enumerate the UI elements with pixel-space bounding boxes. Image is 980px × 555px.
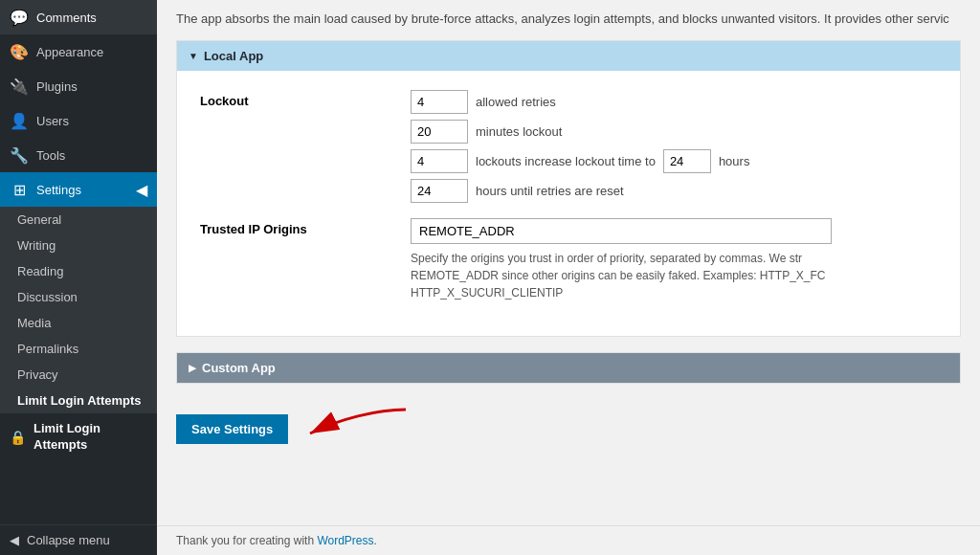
- lockout-reset-label: hours until retries are reset: [476, 184, 624, 198]
- expand-arrow-icon: ▼: [189, 51, 198, 61]
- lockout-label: Lockout: [200, 90, 411, 108]
- trusted-ip-row: Trusted IP Origins Specify the origins y…: [200, 218, 937, 301]
- sidebar-item-label: Settings: [36, 183, 81, 197]
- local-app-header[interactable]: ▼ Local App: [177, 41, 960, 71]
- lockout-reset-line: hours until retries are reset: [411, 179, 749, 203]
- submenu-writing[interactable]: Writing: [0, 233, 157, 258]
- plugins-icon: 🔌: [10, 77, 29, 96]
- collapse-menu[interactable]: ◀ Collapse menu: [0, 524, 157, 555]
- sidebar-item-label: Comments: [36, 11, 97, 25]
- lockout-increase-label: lockouts increase lockout time to: [476, 154, 656, 168]
- settings-submenu: General Writing Reading Discussion Media…: [0, 207, 157, 413]
- submenu-privacy[interactable]: Privacy: [0, 362, 157, 388]
- lockout-minutes-line: minutes lockout: [411, 120, 749, 144]
- sidebar-item-users[interactable]: 👤 Users: [0, 103, 157, 138]
- custom-app-panel: ▶ Custom App: [176, 352, 961, 384]
- sidebar-item-comments[interactable]: 💬 Comments: [0, 0, 157, 34]
- sidebar-item-label: Tools: [36, 148, 65, 163]
- sidebar-item-tools[interactable]: 🔧 Tools: [0, 138, 157, 172]
- settings-icon: ⊞: [10, 180, 29, 199]
- lockout-minutes-label: minutes lockout: [476, 124, 562, 139]
- lockout-retries-input[interactable]: [411, 90, 468, 114]
- save-button-area: Save Settings: [176, 414, 288, 444]
- collapse-label: Collapse menu: [27, 533, 110, 547]
- lockout-hours-input[interactable]: [663, 149, 711, 173]
- sidebar-limit-login-label: Limit Login Attempts: [33, 421, 147, 454]
- submenu-general[interactable]: General: [0, 207, 157, 233]
- sidebar-item-appearance[interactable]: 🎨 Appearance: [0, 34, 157, 69]
- submenu-media[interactable]: Media: [0, 310, 157, 336]
- collapse-icon: ◀: [10, 533, 19, 547]
- page-footer: Thank you for creating with WordPress.: [157, 525, 980, 555]
- sidebar-item-label: Plugins: [36, 79, 78, 94]
- trusted-ip-fields: Specify the origins you trust in order o…: [411, 218, 832, 301]
- lockout-retries-line: allowed retries: [411, 90, 749, 114]
- trusted-ip-input[interactable]: [411, 218, 832, 244]
- appearance-icon: 🎨: [10, 42, 29, 61]
- limit-login-icon: 🔒: [10, 430, 26, 445]
- sidebar-item-label: Users: [36, 114, 69, 128]
- custom-app-header[interactable]: ▶ Custom App: [177, 353, 960, 383]
- lockout-minutes-input[interactable]: [411, 120, 468, 144]
- tools-icon: 🔧: [10, 145, 29, 165]
- page-description: The app absorbs the main load caused by …: [176, 10, 961, 29]
- comments-icon: 💬: [10, 8, 29, 27]
- sidebar: 💬 Comments 🎨 Appearance 🔌 Plugins 👤 User…: [0, 0, 157, 555]
- sidebar-item-settings[interactable]: ⊞ Settings ◀: [0, 172, 157, 207]
- main-content: The app absorbs the main load caused by …: [157, 0, 980, 555]
- lockout-hours-label: hours: [719, 154, 750, 168]
- sidebar-item-label: Appearance: [36, 45, 103, 59]
- footer-text: Thank you for creating with: [176, 534, 317, 547]
- collapse-arrow-icon: ▶: [189, 363, 196, 373]
- save-settings-button[interactable]: Save Settings: [176, 414, 288, 444]
- lockout-fields: allowed retries minutes lockout lockouts…: [411, 90, 749, 203]
- users-icon: 👤: [10, 111, 29, 130]
- submenu-reading[interactable]: Reading: [0, 258, 157, 284]
- content-area: The app absorbs the main load caused by …: [157, 0, 980, 525]
- submenu-limit-login[interactable]: Limit Login Attempts: [0, 388, 157, 413]
- local-app-title: Local App: [204, 49, 263, 63]
- arrow-annotation: [301, 400, 415, 448]
- trusted-ip-help: Specify the origins you trust in order o…: [411, 250, 832, 301]
- settings-arrow-icon: ◀: [136, 181, 147, 199]
- footer-suffix: .: [374, 534, 377, 547]
- custom-app-title: Custom App: [202, 361, 276, 375]
- local-app-panel: ▼ Local App Lockout allowed retries minu…: [176, 40, 961, 337]
- local-app-body: Lockout allowed retries minutes lockout: [177, 71, 960, 336]
- lockout-reset-input[interactable]: [411, 179, 468, 203]
- wordpress-link[interactable]: WordPress: [317, 534, 373, 547]
- lockout-increase-line: lockouts increase lockout time to hours: [411, 149, 749, 173]
- sidebar-item-plugins[interactable]: 🔌 Plugins: [0, 69, 157, 103]
- submenu-discussion[interactable]: Discussion: [0, 284, 157, 310]
- trusted-ip-label: Trusted IP Origins: [200, 218, 411, 236]
- lockout-increase-input[interactable]: [411, 149, 468, 173]
- submenu-permalinks[interactable]: Permalinks: [0, 336, 157, 362]
- sidebar-item-limit-login-attempts[interactable]: 🔒 Limit Login Attempts: [0, 413, 157, 461]
- lockout-retries-label: allowed retries: [476, 95, 556, 109]
- lockout-row: Lockout allowed retries minutes lockout: [200, 90, 937, 203]
